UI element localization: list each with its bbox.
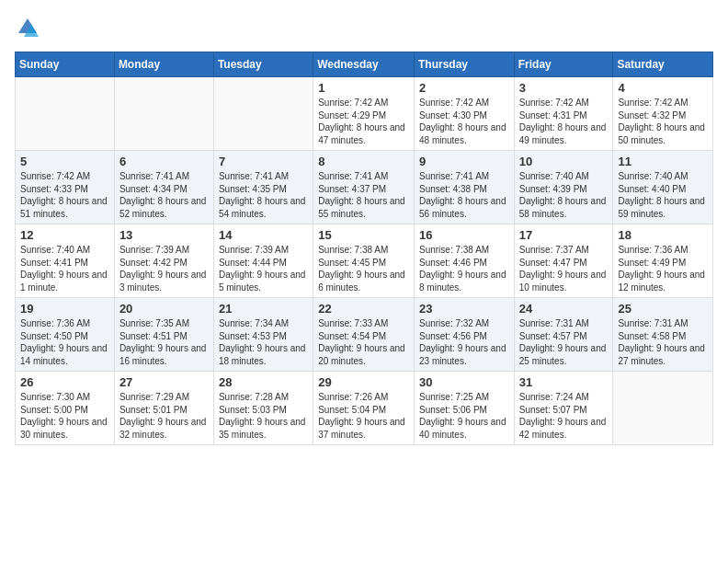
calendar-day-cell: 23Sunrise: 7:32 AM Sunset: 4:56 PM Dayli…: [414, 298, 514, 372]
calendar-day-cell: 29Sunrise: 7:26 AM Sunset: 5:04 PM Dayli…: [313, 372, 415, 445]
day-info: Sunrise: 7:41 AM Sunset: 4:38 PM Dayligh…: [419, 170, 509, 220]
calendar-week-row: 5Sunrise: 7:42 AM Sunset: 4:33 PM Daylig…: [16, 151, 713, 224]
calendar-day-cell: 4Sunrise: 7:42 AM Sunset: 4:32 PM Daylig…: [613, 77, 713, 151]
day-number: 27: [119, 375, 209, 389]
day-info: Sunrise: 7:42 AM Sunset: 4:31 PM Dayligh…: [519, 97, 609, 146]
calendar-day-cell: 15Sunrise: 7:38 AM Sunset: 4:45 PM Dayli…: [313, 224, 415, 298]
day-number: 15: [318, 228, 409, 242]
day-info: Sunrise: 7:32 AM Sunset: 4:56 PM Dayligh…: [419, 317, 509, 367]
day-number: 9: [419, 155, 509, 168]
weekday-header: Thursday: [414, 52, 514, 77]
day-info: Sunrise: 7:38 AM Sunset: 4:45 PM Dayligh…: [318, 244, 409, 293]
day-number: 29: [318, 375, 409, 389]
day-number: 30: [419, 375, 509, 389]
weekday-header: Sunday: [16, 52, 115, 77]
day-info: Sunrise: 7:31 AM Sunset: 4:57 PM Dayligh…: [519, 317, 609, 367]
logo-icon: [15, 15, 40, 40]
calendar-day-cell: 6Sunrise: 7:41 AM Sunset: 4:34 PM Daylig…: [114, 151, 213, 224]
calendar-day-cell: 18Sunrise: 7:36 AM Sunset: 4:49 PM Dayli…: [613, 224, 713, 298]
calendar-day-cell: 30Sunrise: 7:25 AM Sunset: 5:06 PM Dayli…: [414, 372, 514, 445]
day-number: 2: [419, 81, 509, 95]
day-number: 7: [219, 155, 308, 168]
day-info: Sunrise: 7:40 AM Sunset: 4:41 PM Dayligh…: [20, 244, 109, 293]
day-number: 20: [119, 302, 209, 316]
day-number: 3: [519, 81, 609, 95]
calendar-day-cell: 2Sunrise: 7:42 AM Sunset: 4:30 PM Daylig…: [414, 77, 514, 151]
calendar-day-cell: 12Sunrise: 7:40 AM Sunset: 4:41 PM Dayli…: [16, 224, 115, 298]
calendar-day-cell: 25Sunrise: 7:31 AM Sunset: 4:58 PM Dayli…: [613, 298, 713, 372]
calendar-day-cell: 28Sunrise: 7:28 AM Sunset: 5:03 PM Dayli…: [213, 372, 313, 445]
calendar-day-cell: 17Sunrise: 7:37 AM Sunset: 4:47 PM Dayli…: [514, 224, 613, 298]
day-info: Sunrise: 7:42 AM Sunset: 4:33 PM Dayligh…: [20, 170, 109, 220]
calendar-header: SundayMondayTuesdayWednesdayThursdayFrid…: [16, 52, 713, 77]
weekday-header: Tuesday: [213, 52, 313, 77]
calendar-day-cell: 3Sunrise: 7:42 AM Sunset: 4:31 PM Daylig…: [514, 77, 613, 151]
calendar-day-cell: 16Sunrise: 7:38 AM Sunset: 4:46 PM Dayli…: [414, 224, 514, 298]
day-info: Sunrise: 7:28 AM Sunset: 5:03 PM Dayligh…: [219, 391, 308, 441]
day-number: 13: [119, 228, 209, 242]
day-number: 16: [419, 228, 509, 242]
calendar-day-cell: 31Sunrise: 7:24 AM Sunset: 5:07 PM Dayli…: [514, 372, 613, 445]
calendar-day-cell: 1Sunrise: 7:42 AM Sunset: 4:29 PM Daylig…: [313, 77, 415, 151]
calendar-day-cell: 11Sunrise: 7:40 AM Sunset: 4:40 PM Dayli…: [613, 151, 713, 224]
day-info: Sunrise: 7:42 AM Sunset: 4:30 PM Dayligh…: [419, 97, 509, 146]
calendar-day-cell: 27Sunrise: 7:29 AM Sunset: 5:01 PM Dayli…: [114, 372, 213, 445]
calendar-day-cell: 19Sunrise: 7:36 AM Sunset: 4:50 PM Dayli…: [16, 298, 115, 372]
calendar-day-cell: 8Sunrise: 7:41 AM Sunset: 4:37 PM Daylig…: [313, 151, 415, 224]
day-number: 14: [219, 228, 308, 242]
calendar-table: SundayMondayTuesdayWednesdayThursdayFrid…: [15, 52, 713, 445]
day-info: Sunrise: 7:40 AM Sunset: 4:40 PM Dayligh…: [618, 170, 708, 220]
calendar-day-cell: 9Sunrise: 7:41 AM Sunset: 4:38 PM Daylig…: [414, 151, 514, 224]
calendar-body: 1Sunrise: 7:42 AM Sunset: 4:29 PM Daylig…: [16, 77, 713, 445]
day-number: 6: [119, 155, 209, 168]
calendar-day-cell: 7Sunrise: 7:41 AM Sunset: 4:35 PM Daylig…: [213, 151, 313, 224]
day-number: 5: [20, 155, 109, 168]
calendar-week-row: 1Sunrise: 7:42 AM Sunset: 4:29 PM Daylig…: [16, 77, 713, 151]
day-info: Sunrise: 7:26 AM Sunset: 5:04 PM Dayligh…: [318, 391, 409, 441]
day-number: 23: [419, 302, 509, 316]
weekday-header: Wednesday: [313, 52, 415, 77]
day-number: 17: [519, 228, 609, 242]
day-info: Sunrise: 7:37 AM Sunset: 4:47 PM Dayligh…: [519, 244, 609, 293]
day-number: 21: [219, 302, 308, 316]
day-info: Sunrise: 7:34 AM Sunset: 4:53 PM Dayligh…: [219, 317, 308, 367]
day-info: Sunrise: 7:41 AM Sunset: 4:37 PM Dayligh…: [318, 170, 409, 220]
day-number: 25: [618, 302, 708, 316]
weekday-header: Friday: [514, 52, 613, 77]
logo: [15, 15, 44, 40]
day-info: Sunrise: 7:40 AM Sunset: 4:39 PM Dayligh…: [519, 170, 609, 220]
day-number: 1: [318, 81, 409, 95]
day-number: 11: [618, 155, 708, 168]
day-number: 22: [318, 302, 409, 316]
calendar-day-cell: 10Sunrise: 7:40 AM Sunset: 4:39 PM Dayli…: [514, 151, 613, 224]
day-info: Sunrise: 7:41 AM Sunset: 4:35 PM Dayligh…: [219, 170, 308, 220]
calendar-day-cell: [213, 77, 313, 151]
day-number: 4: [618, 81, 708, 95]
calendar-day-cell: 20Sunrise: 7:35 AM Sunset: 4:51 PM Dayli…: [114, 298, 213, 372]
page-header: [15, 15, 713, 40]
calendar-day-cell: [114, 77, 213, 151]
day-info: Sunrise: 7:33 AM Sunset: 4:54 PM Dayligh…: [318, 317, 409, 367]
day-number: 24: [519, 302, 609, 316]
calendar-week-row: 19Sunrise: 7:36 AM Sunset: 4:50 PM Dayli…: [16, 298, 713, 372]
calendar-day-cell: 24Sunrise: 7:31 AM Sunset: 4:57 PM Dayli…: [514, 298, 613, 372]
day-info: Sunrise: 7:30 AM Sunset: 5:00 PM Dayligh…: [20, 391, 109, 441]
calendar-day-cell: 14Sunrise: 7:39 AM Sunset: 4:44 PM Dayli…: [213, 224, 313, 298]
calendar-day-cell: 26Sunrise: 7:30 AM Sunset: 5:00 PM Dayli…: [16, 372, 115, 445]
day-number: 10: [519, 155, 609, 168]
calendar-week-row: 26Sunrise: 7:30 AM Sunset: 5:00 PM Dayli…: [16, 372, 713, 445]
day-number: 18: [618, 228, 708, 242]
calendar-day-cell: [16, 77, 115, 151]
day-number: 19: [20, 302, 109, 316]
day-number: 31: [519, 375, 609, 389]
calendar-day-cell: 22Sunrise: 7:33 AM Sunset: 4:54 PM Dayli…: [313, 298, 415, 372]
day-info: Sunrise: 7:29 AM Sunset: 5:01 PM Dayligh…: [119, 391, 209, 441]
weekday-header: Saturday: [613, 52, 713, 77]
day-number: 8: [318, 155, 409, 168]
day-info: Sunrise: 7:39 AM Sunset: 4:42 PM Dayligh…: [119, 244, 209, 293]
calendar-day-cell: 5Sunrise: 7:42 AM Sunset: 4:33 PM Daylig…: [16, 151, 115, 224]
day-info: Sunrise: 7:42 AM Sunset: 4:32 PM Dayligh…: [618, 97, 708, 146]
weekday-header: Monday: [114, 52, 213, 77]
day-number: 12: [20, 228, 109, 242]
day-info: Sunrise: 7:38 AM Sunset: 4:46 PM Dayligh…: [419, 244, 509, 293]
